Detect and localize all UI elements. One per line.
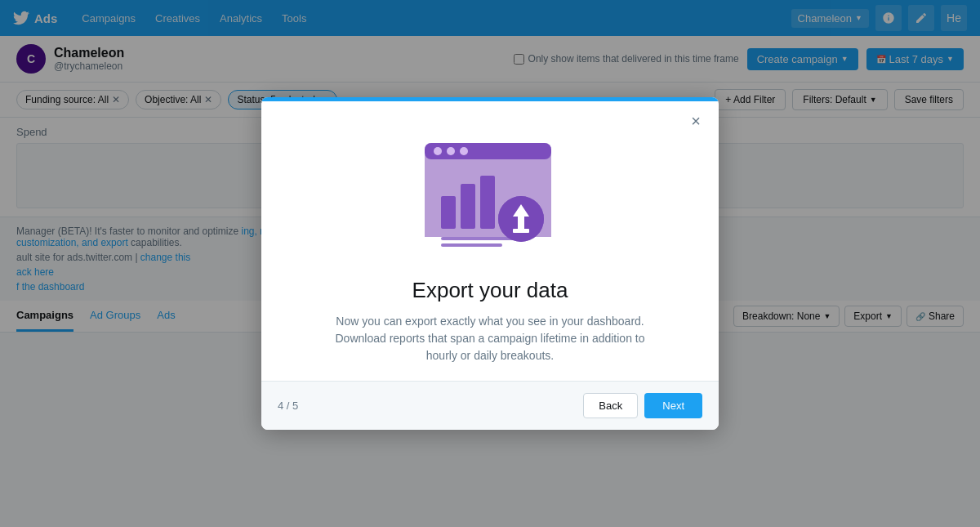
modal-overlay: ×	[0, 0, 980, 527]
svg-rect-10	[441, 243, 502, 247]
back-button[interactable]: Back	[583, 393, 638, 418]
modal-body: Export your data Now you can export exac…	[261, 131, 719, 381]
export-illustration	[408, 131, 572, 261]
svg-rect-2	[425, 143, 551, 159]
modal-dialog: ×	[261, 97, 719, 430]
svg-point-3	[434, 147, 442, 155]
modal-close-button[interactable]: ×	[686, 111, 706, 131]
modal-description: Now you can export exactly what you see …	[318, 313, 662, 364]
svg-rect-14	[513, 229, 529, 233]
modal-footer: 4 / 5 Back Next	[261, 381, 719, 430]
svg-point-5	[460, 147, 468, 155]
svg-point-4	[447, 147, 455, 155]
modal-actions: Back Next	[583, 393, 702, 418]
svg-rect-7	[461, 184, 475, 229]
next-button[interactable]: Next	[644, 393, 702, 418]
modal-header: ×	[261, 101, 719, 131]
svg-rect-6	[441, 196, 456, 229]
svg-rect-8	[480, 176, 495, 229]
modal-pagination: 4 / 5	[278, 400, 298, 412]
modal-title: Export your data	[294, 278, 686, 303]
svg-rect-9	[441, 237, 519, 240]
modal-illustration	[408, 131, 572, 261]
